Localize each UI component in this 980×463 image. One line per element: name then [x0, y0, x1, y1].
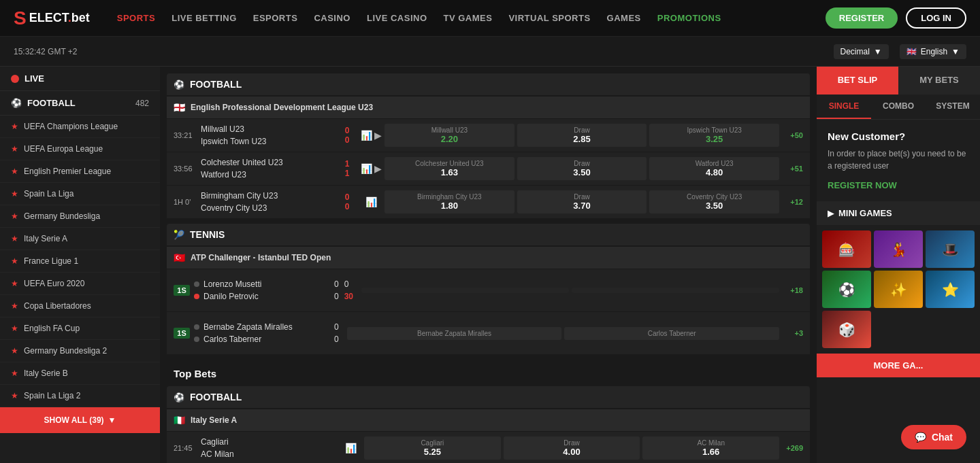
register-now-link[interactable]: REGISTER NOW [828, 180, 969, 190]
chart-icon[interactable]: 📊 [361, 130, 372, 141]
sidebar-item-premier-league[interactable]: ★ English Premier League [0, 160, 160, 183]
odds-container: Bernabe Zapata Miralles Carlos Taberner [347, 327, 779, 340]
odds-container: Birmingham City U23 1.80 Draw 3.70 Coven… [385, 190, 779, 213]
league-name-atp: ATP Challenger - Istanbul TED Open [191, 253, 331, 262]
odds-draw[interactable]: Draw 4.00 [504, 436, 640, 460]
sidebar-item-copa[interactable]: ★ Copa Libertadores [0, 295, 160, 318]
odds-team2[interactable]: Coventry City U23 3.50 [649, 190, 779, 213]
game-thumb[interactable]: 🎰 [822, 230, 871, 268]
sidebar-item-serie-b[interactable]: ★ Italy Serie B [0, 362, 160, 385]
odds-team2[interactable]: AC Milan 1.66 [642, 436, 779, 460]
odds-team2[interactable]: Watford U23 4.80 [649, 157, 779, 180]
game-thumb[interactable]: ⭐ [926, 271, 975, 308]
star-icon: ★ [11, 189, 18, 199]
game-thumb[interactable]: ⚽ [822, 271, 871, 308]
game-thumb[interactable]: ✨ [874, 271, 923, 308]
odds-draw[interactable]: Draw 3.70 [517, 190, 647, 213]
odds-draw[interactable]: Draw 3.50 [517, 157, 647, 180]
team1-name: Cagliari [201, 436, 337, 448]
nav-promotions[interactable]: PROMOTIONS [657, 13, 721, 23]
sidebar-item-la-liga[interactable]: ★ Spain La Liga [0, 183, 160, 205]
nav-casino[interactable]: CASINO [314, 13, 350, 23]
tab-betslip[interactable]: BET SLIP [817, 67, 898, 95]
game-thumb[interactable]: 🎩 [926, 230, 975, 268]
odds-team1[interactable]: Cagliari 5.25 [364, 436, 501, 460]
more-odds[interactable]: +12 [779, 198, 803, 206]
sidebar-item-serie-a[interactable]: ★ Italy Serie A [0, 228, 160, 250]
nav-sports[interactable]: SPORTS [117, 13, 155, 23]
sidebar-live[interactable]: LIVE [0, 67, 160, 91]
sidebar-football[interactable]: ⚽ FOOTBALL 482 [0, 91, 160, 116]
match-icons: 📊 [357, 196, 385, 207]
player-dot-icon [194, 324, 199, 330]
game-thumb[interactable]: 💃 [874, 230, 923, 268]
nav-live-betting[interactable]: LIVE BETTING [172, 13, 237, 23]
stream-icon[interactable]: ▶ [374, 163, 382, 174]
tab-mybets[interactable]: MY BETS [898, 67, 980, 95]
more-odds[interactable]: +18 [779, 286, 803, 294]
sidebar: LIVE ⚽ FOOTBALL 482 ★ UEFA Champions Lea… [0, 67, 160, 463]
game-thumb[interactable]: 🎲 [822, 311, 871, 348]
language-label: English [921, 47, 947, 56]
bet-opt-combo[interactable]: COMBO [871, 95, 926, 119]
player2: Carlos Taberner [194, 333, 326, 345]
team2-name: AC Milan [201, 448, 337, 460]
sidebar-item-la-liga-2[interactable]: ★ Spain La Liga 2 [0, 385, 160, 407]
odds-team1[interactable]: Birmingham City U23 1.80 [385, 190, 514, 213]
new-customer-text: In order to place bet(s) you need to be … [828, 148, 969, 172]
odds-draw[interactable]: Draw 2.85 [517, 124, 647, 147]
register-button[interactable]: REGISTER [826, 7, 898, 29]
sidebar-item-ligue1[interactable]: ★ France Ligue 1 [0, 250, 160, 273]
sidebar-item-label: UEFA Europa League [24, 144, 149, 154]
sidebar-item-bundesliga[interactable]: ★ Germany Bundesliga [0, 205, 160, 228]
chart-icon[interactable]: 📊 [345, 443, 357, 453]
tennis-scores: 0 0 0 30 [326, 279, 361, 301]
bet-opt-system[interactable]: SYSTEM [926, 95, 980, 119]
odds-player2[interactable] [572, 288, 779, 293]
score1: 0 [345, 126, 350, 135]
sidebar-item-fa-cup[interactable]: ★ English FA Cup [0, 318, 160, 340]
more-odds[interactable]: +3 [779, 329, 803, 337]
chart-icon[interactable]: 📊 [365, 196, 377, 207]
nav-esports[interactable]: ESPORTS [253, 13, 298, 23]
bet-opt-single[interactable]: SINGLE [817, 95, 871, 119]
odds-player1[interactable]: Bernabe Zapata Miralles [347, 327, 562, 340]
nav-virtual-sports[interactable]: VIRTUAL SPORTS [508, 13, 590, 23]
tennis-scores: 0 0 [326, 322, 347, 344]
odds-team1[interactable]: Colchester United U23 1.63 [385, 157, 514, 180]
chat-button[interactable]: 💬 Chat [901, 425, 966, 449]
chart-icon[interactable]: 📊 [361, 163, 372, 174]
more-odds[interactable]: +51 [779, 165, 803, 173]
login-button[interactable]: LOG IN [906, 7, 966, 29]
more-games-button[interactable]: MORE GA... [817, 354, 980, 377]
match-time: 1H 0' [174, 198, 201, 206]
nav-tv-games[interactable]: TV GAMES [444, 13, 493, 23]
odd-value: 3.50 [655, 201, 774, 211]
table-row: 33:56 Colchester United U23 Watford U23 … [167, 152, 810, 185]
score2: 0 [345, 202, 350, 211]
odds-player1[interactable] [361, 288, 569, 293]
sidebar-item-bundesliga2[interactable]: ★ Germany Bundesliga 2 [0, 340, 160, 362]
match-time-value: 33:21 [174, 131, 193, 139]
odds-player2[interactable]: Carlos Taberner [564, 327, 779, 340]
player1-name: Bernabe Zapata Miralles [203, 322, 293, 332]
sidebar-item-label: English Premier League [24, 167, 149, 176]
language-selector[interactable]: 🇬🇧 English ▼ [900, 44, 966, 59]
more-odds[interactable]: +50 [779, 131, 803, 139]
nav-live-casino[interactable]: LIVE CASINO [367, 13, 427, 23]
sidebar-item-europa-league[interactable]: ★ UEFA Europa League [0, 138, 160, 160]
show-all-button[interactable]: SHOW ALL (39) ▼ [0, 407, 160, 433]
more-odds[interactable]: +269 [779, 444, 803, 452]
score-p2-set1: 0 [334, 292, 339, 301]
match-time-value: 1S [177, 286, 186, 294]
decimal-selector[interactable]: Decimal ▼ [834, 44, 889, 59]
odds-team2[interactable]: Ipswich Town U23 3.25 [649, 124, 779, 147]
odds-team1[interactable]: Millwall U23 2.20 [385, 124, 514, 147]
sidebar-item-champions-league[interactable]: ★ UEFA Champions League [0, 116, 160, 138]
sidebar-item-euro-2020[interactable]: ★ UEFA Euro 2020 [0, 273, 160, 295]
player-dot-icon [194, 294, 199, 299]
odds-container: Colchester United U23 1.63 Draw 3.50 Wat… [385, 157, 779, 180]
stream-icon[interactable]: ▶ [374, 130, 382, 141]
nav-games[interactable]: GAMES [607, 13, 641, 23]
odd-label: Carlos Taberner [570, 330, 774, 337]
